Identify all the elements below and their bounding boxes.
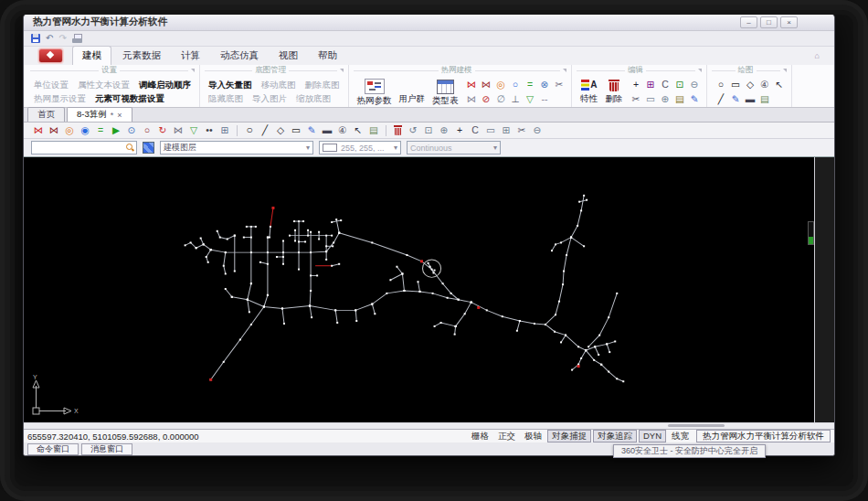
image-icon[interactable]: ▤ bbox=[366, 123, 381, 137]
move-icon[interactable]: + bbox=[452, 123, 467, 137]
copy-icon[interactable]: ⊞ bbox=[499, 123, 513, 137]
draw-cursor-icon[interactable]: ↖ bbox=[773, 78, 787, 91]
rotate-icon[interactable]: C bbox=[468, 123, 482, 137]
delete-basemap-button[interactable]: 删除底图 bbox=[302, 79, 344, 91]
valve-station-icon[interactable]: ⋈ bbox=[47, 123, 61, 137]
draw-polygon-icon[interactable]: ◇ bbox=[744, 78, 757, 91]
cut-icon[interactable]: ✂ bbox=[630, 92, 643, 105]
node-icon[interactable]: ◉ bbox=[78, 123, 92, 137]
toggle-osnap[interactable]: 对象捕捉 bbox=[547, 430, 591, 442]
tab-modeling[interactable]: 建模 bbox=[72, 46, 111, 65]
unit-settings-button[interactable]: 单位设置 bbox=[30, 79, 72, 91]
draw-circled4-icon[interactable]: ④ bbox=[758, 78, 772, 91]
search-input[interactable] bbox=[34, 143, 126, 153]
ribbon-options-icon[interactable]: ⌂ bbox=[815, 51, 820, 60]
toggle-polar[interactable]: 极轴 bbox=[521, 431, 545, 442]
draw-rect-icon[interactable]: ▭ bbox=[289, 123, 303, 137]
draw-polygon-icon[interactable]: ◇ bbox=[273, 123, 288, 137]
draw-circle-icon[interactable]: ○ bbox=[242, 123, 257, 137]
select-icon[interactable]: ↖ bbox=[351, 123, 365, 137]
layer-select[interactable]: 建模图层 ▾ bbox=[160, 141, 313, 155]
ellipse-icon[interactable]: ∅ bbox=[494, 92, 508, 105]
hide-basemap-button[interactable]: 隐藏底图 bbox=[205, 92, 247, 104]
delete-button[interactable]: 删除 bbox=[602, 76, 627, 107]
node-icon[interactable]: ○ bbox=[509, 78, 523, 91]
scrollbar-thumb[interactable] bbox=[668, 424, 725, 427]
close-tab-icon[interactable]: × bbox=[117, 111, 122, 120]
print-icon[interactable] bbox=[72, 34, 82, 43]
restore-icon[interactable]: □ bbox=[760, 16, 778, 28]
peak-start-order-button[interactable]: 调峰启动顺序 bbox=[135, 79, 195, 91]
frame-icon[interactable]: ▭ bbox=[483, 123, 498, 137]
draw-line-icon[interactable]: ╱ bbox=[258, 123, 272, 137]
draw-pen-icon[interactable]: ✎ bbox=[729, 92, 743, 105]
filter-icon[interactable]: ▽ bbox=[186, 123, 201, 137]
import-vector-button[interactable]: 导入矢量图 bbox=[205, 79, 256, 91]
dash-icon[interactable]: -- bbox=[538, 92, 552, 105]
toggle-grid[interactable]: 栅格 bbox=[468, 431, 492, 442]
draw-pen-icon[interactable]: ✎ bbox=[304, 123, 319, 137]
type-table-button[interactable]: 类型表 bbox=[429, 76, 462, 107]
toggle-lineweight[interactable]: 线宽 bbox=[668, 431, 693, 442]
redo-icon[interactable]: ↷ bbox=[58, 33, 66, 44]
tab-dynamic-simulation[interactable]: 动态仿真 bbox=[211, 47, 268, 65]
linetype-select[interactable]: Continuous ▾ bbox=[407, 141, 501, 155]
zoom-in-icon[interactable]: ⊕ bbox=[659, 92, 672, 105]
properties-button[interactable]: 特性 bbox=[577, 76, 602, 107]
color-select[interactable]: 255, 255, ... ▾ bbox=[319, 141, 401, 155]
move-basemap-button[interactable]: 移动底图 bbox=[258, 79, 300, 91]
network-display-settings-button[interactable]: 热网显示设置 bbox=[30, 92, 90, 104]
tab-element-data[interactable]: 元素数据 bbox=[113, 47, 170, 65]
valve-icon[interactable]: ⋈ bbox=[31, 123, 46, 137]
dialog-launcher-icon[interactable] bbox=[783, 69, 787, 72]
cross-node-icon[interactable]: ⊗ bbox=[538, 78, 552, 91]
tab-view[interactable]: 视图 bbox=[270, 47, 307, 65]
pipe-network-drawing[interactable] bbox=[24, 157, 814, 422]
mini-side-panel[interactable] bbox=[808, 221, 814, 245]
clipboard-icon[interactable]: ▤ bbox=[673, 92, 687, 105]
network-params-button[interactable]: 热网参数 bbox=[354, 76, 396, 107]
toggle-otrack[interactable]: 对象追踪 bbox=[593, 430, 637, 442]
toggle-ortho[interactable]: 正交 bbox=[494, 431, 519, 442]
application-menu-button[interactable] bbox=[38, 48, 63, 63]
command-window-tab[interactable]: 命令窗口 bbox=[27, 443, 79, 455]
move-icon[interactable]: + bbox=[630, 78, 643, 91]
delete-icon[interactable] bbox=[394, 125, 402, 136]
dialog-launcher-icon[interactable] bbox=[340, 69, 344, 72]
minimize-icon[interactable]: – bbox=[740, 16, 757, 28]
pipe-icon[interactable]: = bbox=[524, 78, 537, 91]
draw-bar-icon[interactable]: ▬ bbox=[320, 123, 334, 137]
drawing-canvas[interactable]: Y X bbox=[24, 157, 815, 422]
dialog-launcher-icon[interactable] bbox=[563, 69, 566, 72]
loop-icon[interactable]: ↻ bbox=[155, 123, 170, 137]
dots-icon[interactable]: •• bbox=[202, 123, 217, 137]
draw-circle-icon[interactable]: ○ bbox=[715, 78, 728, 91]
tab-calculation[interactable]: 计算 bbox=[172, 47, 209, 65]
import-image-button[interactable]: 导入图片 bbox=[249, 92, 291, 104]
tab-help[interactable]: 帮助 bbox=[309, 47, 346, 65]
bowtie-valve-icon[interactable]: ⋈ bbox=[171, 123, 185, 137]
dialog-launcher-icon[interactable] bbox=[191, 69, 195, 72]
heat-source-icon[interactable]: ◎ bbox=[62, 123, 77, 137]
heat-source-icon[interactable]: ◎ bbox=[494, 78, 508, 91]
zoom-in-icon[interactable]: ⊕ bbox=[437, 123, 451, 137]
scale-basemap-button[interactable]: 缩放底图 bbox=[292, 92, 334, 104]
layers-icon[interactable] bbox=[143, 142, 154, 154]
attribute-text-settings-button[interactable]: 属性文本设置 bbox=[74, 79, 133, 91]
dialog-launcher-icon[interactable] bbox=[698, 69, 702, 72]
arc-icon[interactable]: ○ bbox=[140, 123, 154, 137]
chart-icon[interactable]: ⊞ bbox=[217, 123, 232, 137]
edit-pen-icon[interactable]: ✎ bbox=[688, 92, 702, 105]
cut-icon[interactable]: ✂ bbox=[514, 123, 529, 137]
copy-icon[interactable]: ⊞ bbox=[644, 78, 658, 91]
valve-station-icon[interactable]: ⋈ bbox=[480, 78, 493, 91]
forbid-icon[interactable]: ⊘ bbox=[480, 92, 493, 105]
doc-tab-example[interactable]: 8-3算例 * × bbox=[67, 107, 132, 122]
paste-icon[interactable]: ⊡ bbox=[673, 78, 687, 91]
draw-bar-icon[interactable]: ▬ bbox=[744, 92, 757, 105]
horizontal-scrollbar[interactable] bbox=[24, 422, 834, 429]
draw-circled4-icon[interactable]: ④ bbox=[335, 123, 350, 137]
draw-image-icon[interactable]: ▤ bbox=[758, 92, 772, 105]
zoom-out-icon[interactable]: ⊖ bbox=[530, 123, 545, 137]
start-icon[interactable]: ▶ bbox=[109, 123, 123, 137]
